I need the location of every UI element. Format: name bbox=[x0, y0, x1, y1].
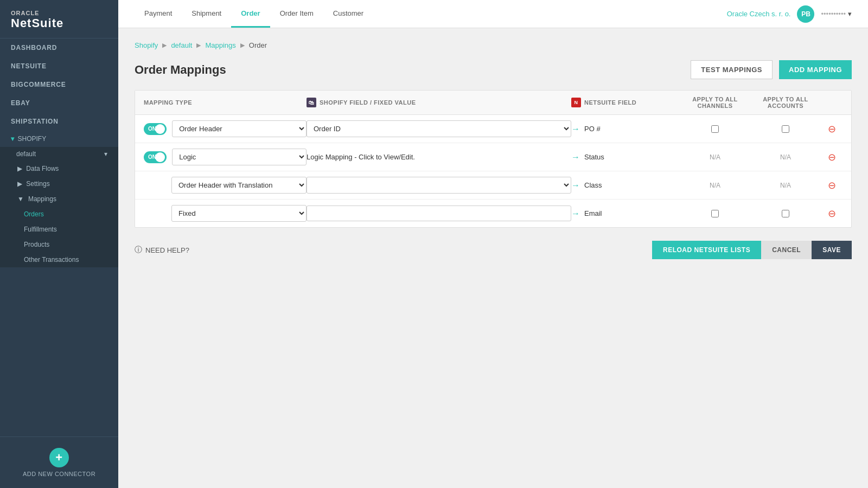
row1-mapping-type-select[interactable]: Order Header Logic Order Header with Tra… bbox=[172, 120, 307, 137]
row1-accounts-checkbox[interactable] bbox=[782, 125, 789, 133]
row3-netsuite-cell: → Class bbox=[571, 181, 680, 190]
need-help-label: NEED HELP? bbox=[145, 246, 189, 254]
tab-customer[interactable]: Customer bbox=[323, 1, 373, 28]
reload-button[interactable]: RELOAD NETSUITE LISTS bbox=[652, 241, 761, 259]
tab-order-item[interactable]: Order Item bbox=[270, 1, 323, 28]
bottom-actions: ⓘ NEED HELP? RELOAD NETSUITE LISTS CANCE… bbox=[135, 241, 852, 259]
row1-delete-cell: ⊖ bbox=[821, 123, 843, 135]
row4-shopify-field-cell bbox=[307, 206, 571, 221]
row1-netsuite-cell: → PO # bbox=[571, 124, 680, 134]
username-hidden: •••••••••• bbox=[821, 10, 846, 18]
shopify-subsection: default ▾ ▶ Data Flows ▶ Settings ▼ Mapp… bbox=[0, 147, 118, 267]
add-connector-icon: + bbox=[49, 448, 69, 467]
sidebar-item-shipstation[interactable]: SHIPSTATION bbox=[0, 112, 118, 131]
top-nav-right: Oracle Czech s. r. o. PB •••••••••• ▾ bbox=[727, 5, 852, 23]
row3-arrow: → bbox=[571, 181, 580, 190]
row4-apply-channels bbox=[680, 210, 750, 217]
row3-mapping-type-select[interactable]: Order Header Logic Order Header with Tra… bbox=[171, 177, 307, 194]
row4-arrow: → bbox=[571, 209, 580, 219]
row1-toggle[interactable]: ON bbox=[144, 123, 167, 135]
breadcrumb-default[interactable]: default bbox=[171, 41, 192, 49]
sidebar-item-settings[interactable]: ▶ Settings bbox=[0, 176, 118, 191]
dropdown-arrow: ▾ bbox=[848, 10, 852, 18]
add-mapping-button[interactable]: ADD MAPPING bbox=[779, 60, 852, 79]
sidebar-navigation: DASHBOARD NETSUITE BIGCOMMERCE EBAY SHIP… bbox=[0, 38, 118, 436]
sidebar-item-bigcommerce[interactable]: BIGCOMMERCE bbox=[0, 75, 118, 94]
content-area: Shopify ▶ default ▶ Mappings ▶ Order Ord… bbox=[118, 28, 868, 488]
header-apply-accounts: APPLY TO ALL ACCOUNTS bbox=[750, 96, 821, 109]
page-header: Order Mappings TEST MAPPINGS ADD MAPPING bbox=[135, 60, 852, 79]
header-shopify-field: 🛍 SHOPIFY FIELD / FIXED VALUE bbox=[307, 98, 571, 107]
default-chevron: ▾ bbox=[104, 150, 107, 158]
row3-delete-cell: ⊖ bbox=[821, 179, 843, 191]
sidebar-item-netsuite[interactable]: NETSUITE bbox=[0, 57, 118, 75]
sidebar-item-fulfillments[interactable]: Fulfillments bbox=[0, 222, 118, 237]
table-row: Order Header Logic Order Header with Tra… bbox=[135, 200, 851, 227]
row1-shopify-field-select[interactable]: Order ID Customer Email Order Number bbox=[307, 120, 571, 137]
row1-delete-button[interactable]: ⊖ bbox=[828, 123, 836, 135]
sidebar-item-data-flows[interactable]: ▶ Data Flows bbox=[0, 161, 118, 176]
breadcrumb-shopify[interactable]: Shopify bbox=[135, 41, 158, 49]
row4-accounts-checkbox[interactable] bbox=[782, 210, 789, 217]
breadcrumb-arrow-1: ▶ bbox=[162, 42, 167, 49]
row4-channels-checkbox[interactable] bbox=[711, 210, 719, 217]
shopify-default-item[interactable]: default ▾ bbox=[0, 147, 118, 161]
expand-icon2: ▶ bbox=[17, 180, 22, 188]
row2-mapping-type-select[interactable]: Order Header Logic Order Header with Tra… bbox=[172, 149, 307, 165]
sidebar-item-orders[interactable]: Orders bbox=[0, 207, 118, 222]
row4-shopify-field-input[interactable] bbox=[307, 206, 571, 221]
row2-netsuite-cell: → Status bbox=[571, 152, 680, 162]
row3-mapping-type-cell: Order Header Logic Order Header with Tra… bbox=[144, 177, 307, 194]
netsuite-label: NetSuite bbox=[11, 16, 107, 30]
sidebar-bottom: + ADD NEW CONNECTOR bbox=[0, 436, 118, 488]
sidebar-item-dashboard[interactable]: DASHBOARD bbox=[0, 38, 118, 57]
sidebar-item-other-transactions[interactable]: Other Transactions bbox=[0, 252, 118, 267]
header-actions: TEST MAPPINGS ADD MAPPING bbox=[691, 60, 852, 79]
add-connector-button[interactable]: + ADD NEW CONNECTOR bbox=[11, 448, 107, 477]
cancel-button[interactable]: CANCEL bbox=[761, 241, 812, 259]
row4-apply-accounts bbox=[750, 210, 821, 217]
header-netsuite-field: N NETSUITE FIELD bbox=[571, 98, 680, 107]
sidebar-item-products[interactable]: Products bbox=[0, 237, 118, 252]
tab-payment[interactable]: Payment bbox=[135, 1, 182, 28]
row4-delete-button[interactable]: ⊖ bbox=[828, 208, 836, 220]
need-help-link[interactable]: ⓘ NEED HELP? bbox=[135, 245, 189, 255]
toggle-knob-2 bbox=[155, 152, 165, 162]
row4-mapping-type-select[interactable]: Order Header Logic Order Header with Tra… bbox=[171, 205, 307, 222]
save-button[interactable]: SAVE bbox=[812, 241, 852, 259]
sidebar-item-shopify[interactable]: ▾ SHOPIFY bbox=[0, 131, 118, 147]
row3-shopify-field-select[interactable] bbox=[307, 177, 571, 194]
row1-channels-checkbox[interactable] bbox=[711, 125, 719, 133]
tab-shipment[interactable]: Shipment bbox=[182, 1, 231, 28]
page-title: Order Mappings bbox=[135, 63, 226, 77]
shopify-icon: 🛍 bbox=[307, 98, 316, 107]
row2-shopify-field-cell: Logic Mapping - Click to View/Edit. bbox=[307, 153, 571, 161]
row2-logic-text[interactable]: Logic Mapping - Click to View/Edit. bbox=[307, 153, 415, 161]
row1-apply-channels bbox=[680, 125, 750, 133]
top-navigation: Payment Shipment Order Order Item Custom… bbox=[118, 0, 868, 28]
header-apply-channels: APPLY TO ALL CHANNELS bbox=[680, 96, 750, 109]
row2-channels-na: N/A bbox=[710, 153, 720, 161]
row4-mapping-type-cell: Order Header Logic Order Header with Tra… bbox=[144, 205, 307, 222]
tab-order[interactable]: Order bbox=[231, 1, 270, 28]
action-buttons: RELOAD NETSUITE LISTS CANCEL SAVE bbox=[652, 241, 852, 259]
main-content: Payment Shipment Order Order Item Custom… bbox=[118, 0, 868, 488]
breadcrumb: Shopify ▶ default ▶ Mappings ▶ Order bbox=[135, 41, 852, 49]
test-mappings-button[interactable]: TEST MAPPINGS bbox=[691, 60, 773, 79]
row4-delete-cell: ⊖ bbox=[821, 208, 843, 220]
row4-netsuite-cell: → Email bbox=[571, 209, 680, 219]
row3-delete-button[interactable]: ⊖ bbox=[828, 179, 836, 191]
sidebar-item-mappings[interactable]: ▼ Mappings bbox=[0, 191, 118, 207]
shopify-section: ▾ SHOPIFY default ▾ ▶ Data Flows ▶ Setti… bbox=[0, 131, 118, 267]
breadcrumb-arrow-2: ▶ bbox=[196, 42, 201, 49]
sidebar-item-ebay[interactable]: EBAY bbox=[0, 94, 118, 112]
row3-apply-accounts: N/A bbox=[750, 182, 821, 189]
row2-toggle[interactable]: ON bbox=[144, 151, 167, 163]
table-row: Order Header Logic Order Header with Tra… bbox=[135, 171, 851, 200]
breadcrumb-mappings[interactable]: Mappings bbox=[205, 41, 235, 49]
row2-delete-button[interactable]: ⊖ bbox=[828, 151, 836, 163]
row3-netsuite-field: Class bbox=[584, 181, 602, 189]
user-dropdown[interactable]: •••••••••• ▾ bbox=[821, 10, 852, 18]
row3-channels-na: N/A bbox=[710, 182, 720, 189]
row2-arrow: → bbox=[571, 152, 580, 162]
